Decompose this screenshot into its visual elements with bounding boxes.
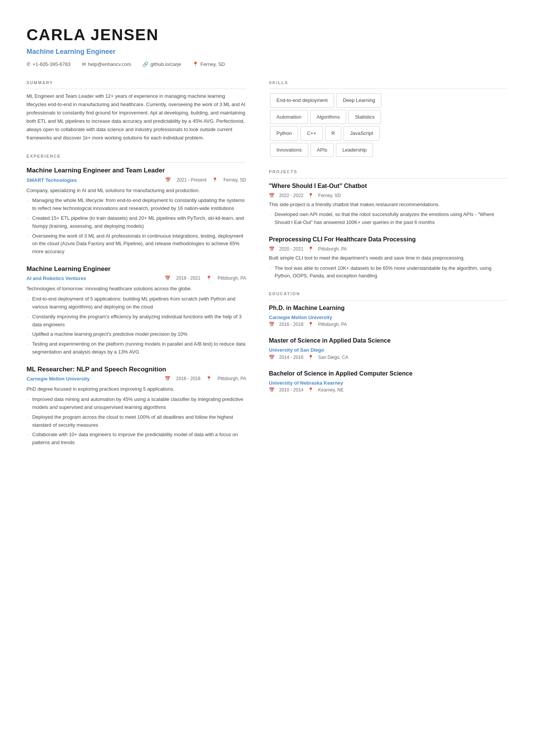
phone-number: +1-605-395-6783: [33, 61, 70, 68]
bullet-2-1: End-to-end deployment of 5 applications:…: [27, 295, 246, 311]
skill-innovations: Innovations: [270, 143, 308, 157]
project-meta-2: 📅 2020 - 2021 📍 Pittsburgh, PA: [269, 246, 507, 252]
project-title-2: Preprocessing CLI For Healthcare Data Pr…: [269, 235, 507, 244]
edu-loc-icon-3: 📍: [308, 387, 314, 393]
exp-title-3: ML Researcher: NLP and Speech Recognitio…: [27, 365, 246, 374]
edu-date-2: 2014 - 2016: [279, 354, 303, 361]
exp-desc-1: Company, specializing in AI and ML solut…: [27, 187, 246, 195]
exp-meta-1: 📅 2021 - Present 📍 Ferney, SD: [165, 177, 246, 183]
exp-meta-2: 📅 2018 - 2021 📍 Pittsburgh, PA: [165, 275, 246, 282]
bullet-2-4: Testing and experimenting on the platfor…: [27, 340, 246, 356]
project-item-1: "Where Should I Eat-Out" Chatbot 📅 2022 …: [269, 182, 507, 227]
skill-statistics: Statistics: [348, 110, 381, 124]
exp-meta-row-1: SMART Technologies 📅 2021 - Present 📍 Fe…: [27, 177, 246, 185]
experience-item-1: Machine Learning Engineer and Team Leade…: [27, 166, 246, 256]
project-loc-icon-1: 📍: [308, 192, 314, 199]
exp-location-3: Pittsburgh, PA: [217, 375, 246, 382]
skill-javascript: JavaScript: [344, 126, 379, 141]
project-title-1: "Where Should I Eat-Out" Chatbot: [269, 182, 507, 191]
header-section: CARLA JENSEN Machine Learning Engineer ✆…: [27, 23, 507, 68]
exp-cal-icon-2: 📅: [165, 275, 170, 282]
education-section: EDUCATION Ph.D. in Machine Learning Carn…: [269, 291, 507, 393]
edu-cal-icon-3: 📅: [269, 387, 275, 393]
project-loc-icon-2: 📍: [308, 246, 314, 252]
experience-section: EXPERIENCE Machine Learning Engineer and…: [27, 153, 246, 447]
skill-row-3: Python C++ R JavaScript: [269, 125, 507, 142]
project-date-2: 2020 - 2021: [279, 246, 303, 252]
bullet-3-1: Improved data mining and automation by 4…: [27, 396, 246, 412]
bullet-1-2: Created 15+ ETL pipeline (to train datas…: [27, 214, 246, 230]
bullet-3-2: Deployed the program across the cloud to…: [27, 413, 246, 429]
right-column: SKILLS End-to-end deployment Deep Learni…: [269, 80, 507, 457]
skill-automation: Automation: [270, 110, 308, 124]
skill-leadership: Leadership: [336, 143, 373, 157]
website-contact: 🔗 github.io/carje: [142, 61, 181, 68]
edu-location-2: San Diego, CA: [318, 354, 348, 361]
website-url: github.io/carje: [150, 61, 181, 68]
edu-school-3: University of Nebraska Kearney: [269, 379, 507, 387]
location-text: Ferney, SD: [200, 61, 225, 68]
skill-deep-learning: Deep Learning: [336, 93, 381, 108]
edu-degree-3: Bachelor of Science in Applied Computer …: [269, 369, 507, 378]
bullet-3-3: Collaborate with 10+ data engineers to i…: [27, 431, 246, 447]
exp-desc-3: PhD degree focused in exploring practice…: [27, 385, 246, 393]
edu-school-2: University of San Diego: [269, 346, 507, 354]
exp-title-2: Machine Learning Engineer: [27, 264, 246, 274]
summary-text: ML Engineer and Team Leader with 12+ yea…: [27, 92, 246, 142]
skill-end-to-end: End-to-end deployment: [270, 93, 334, 108]
edu-degree-1: Ph.D. in Machine Learning: [269, 304, 507, 313]
project-desc-1: This side-project is a friendly chatbot …: [269, 201, 507, 209]
edu-item-3: Bachelor of Science in Applied Computer …: [269, 369, 507, 394]
project-bullets-1: Developed own API model, so that the rob…: [269, 211, 507, 227]
exp-company-1: SMART Technologies: [27, 177, 77, 184]
location-contact: 📍 Ferney, SD: [192, 61, 225, 68]
projects-title: PROJECTS: [269, 169, 507, 178]
exp-company-2: AI and Robotics Ventures: [27, 275, 86, 282]
email-address: help@enhancv.com: [88, 61, 131, 68]
edu-school-1: Carnegie Mellon University: [269, 314, 507, 321]
skill-cpp: C++: [300, 126, 323, 141]
experience-title: EXPERIENCE: [27, 153, 246, 163]
edu-location-3: Kearney, NE: [318, 387, 344, 393]
contact-bar: ✆ +1-605-395-6783 ✉ help@enhancv.com 🔗 g…: [27, 61, 507, 68]
skills-section: SKILLS End-to-end deployment Deep Learni…: [269, 80, 507, 158]
project-cal-icon-2: 📅: [269, 246, 275, 252]
edu-degree-2: Master of Science in Applied Data Scienc…: [269, 336, 507, 345]
exp-company-3: Carnegie Mellon University: [27, 375, 90, 383]
exp-meta-row-3: Carnegie Mellon University 📅 2016 - 2018…: [27, 375, 246, 384]
main-content: SUMMARY ML Engineer and Team Leader with…: [27, 80, 507, 457]
candidate-name: CARLA JENSEN: [27, 23, 507, 47]
bullet-2-2: Constantly improving the program's effic…: [27, 313, 246, 329]
project-item-2: Preprocessing CLI For Healthcare Data Pr…: [269, 235, 507, 280]
edu-meta-1: 📅 2016 - 2018 📍 Pittsburgh, PA: [269, 321, 507, 328]
exp-date-2: 2018 - 2021: [176, 275, 200, 282]
edu-meta-3: 📅 2010 - 2014 📍 Kearney, NE: [269, 387, 507, 393]
project-desc-2: Built simple CLI tool to meet the depart…: [269, 254, 507, 262]
email-icon: ✉: [82, 61, 86, 68]
skill-row-2: Automation Algorithms Statistics: [269, 109, 507, 125]
project-location-2: Pittsburgh, PA: [318, 246, 347, 252]
phone-contact: ✆ +1-605-395-6783: [27, 61, 70, 68]
exp-bullets-3: Improved data mining and automation by 4…: [27, 396, 246, 447]
left-column: SUMMARY ML Engineer and Team Leader with…: [27, 80, 246, 457]
skill-apis: APIs: [311, 143, 334, 157]
edu-cal-icon-1: 📅: [269, 321, 275, 328]
skill-algorithms: Algorithms: [310, 110, 346, 124]
experience-item-2: Machine Learning Engineer AI and Robotic…: [27, 264, 246, 356]
exp-location-2: Pittsburgh, PA: [217, 275, 246, 282]
exp-meta-3: 📅 2016 - 2018 📍 Pittsburgh, PA: [165, 375, 246, 382]
email-contact: ✉ help@enhancv.com: [82, 61, 131, 68]
exp-bullets-1: Managing the whole ML lifecycle: from en…: [27, 197, 246, 256]
skill-row-4: Innovations APIs Leadership: [269, 142, 507, 158]
experience-item-3: ML Researcher: NLP and Speech Recognitio…: [27, 365, 246, 447]
edu-loc-icon-1: 📍: [308, 321, 314, 328]
skills-title: SKILLS: [269, 80, 507, 89]
edu-cal-icon-2: 📅: [269, 354, 275, 361]
project-bullet-2-1: The tool was able to convert 10K+ datase…: [269, 265, 507, 280]
exp-loc-icon-2: 📍: [206, 275, 212, 282]
project-date-1: 2022 - 2022: [279, 192, 303, 199]
exp-loc-icon-3: 📍: [206, 375, 212, 382]
project-cal-icon-1: 📅: [269, 192, 275, 199]
edu-meta-2: 📅 2014 - 2016 📍 San Diego, CA: [269, 354, 507, 361]
project-location-1: Ferney, SD: [318, 192, 341, 199]
